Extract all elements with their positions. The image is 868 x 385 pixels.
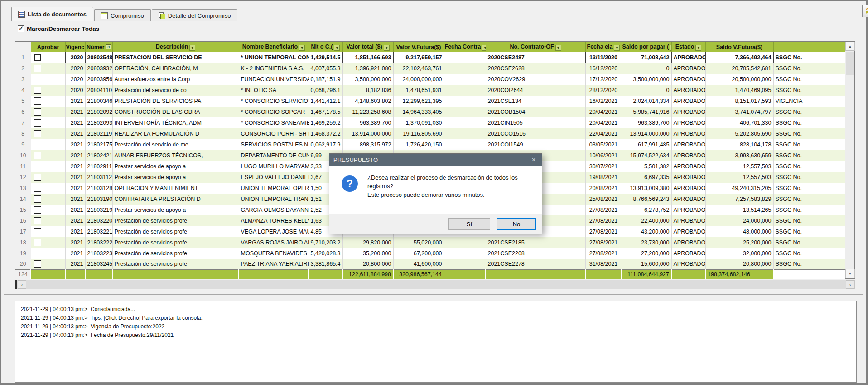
cell-vt[interactable]: 13,914,000,000 xyxy=(342,128,393,139)
cell-contrato[interactable]: 2021CIN1505 xyxy=(486,117,585,128)
cell-vf[interactable]: 1,370,091,030 xyxy=(393,117,444,128)
tab-lista-de-documentos[interactable]: Lista de documentos xyxy=(11,7,93,21)
cell-estado[interactable]: APROBADO xyxy=(671,150,705,161)
cell-estado[interactable]: APROBADO xyxy=(671,172,705,183)
yes-button[interactable]: Sí xyxy=(448,218,490,230)
cell-svf[interactable]: 20,500,000,000 xyxy=(705,74,773,85)
cell-vf[interactable]: 1,478,651,931 xyxy=(393,85,444,96)
cell-ssgc[interactable]: SSGC No. xyxy=(773,205,845,215)
cell-svf[interactable]: 49,240,315,205 xyxy=(705,183,773,194)
row-checkbox[interactable] xyxy=(34,54,41,61)
cell-vig[interactable]: 2020 xyxy=(65,63,85,74)
cell-fc[interactable] xyxy=(444,259,486,270)
cell-nit[interactable]: 4,007,055.3 xyxy=(309,63,342,74)
cell-vig[interactable]: 2021 xyxy=(65,205,85,215)
cell-vt[interactable]: 35,200,000 xyxy=(342,248,393,259)
column-header-vt[interactable]: Valor total ($)▼ xyxy=(342,42,393,52)
cell-fe[interactable]: 10/06/2021 xyxy=(585,150,622,161)
cell-nit[interactable]: 0,068,796.1 xyxy=(309,85,342,96)
column-header-estado[interactable]: Estado▼ xyxy=(671,42,705,52)
cell-ssgc[interactable]: SSGC No. xyxy=(773,161,845,172)
cell-benef[interactable]: CONSORCIO PORH - SH RÍO BO xyxy=(239,128,309,139)
cell-svf[interactable]: 20,800,000 xyxy=(705,259,773,270)
cell-svf[interactable]: 7,257,583,829 xyxy=(705,194,773,205)
filter-dropdown-icon[interactable]: ▼ xyxy=(189,45,195,51)
cell-fe[interactable]: 22/04/2021 xyxy=(585,128,622,139)
cell-estado[interactable]: APROBADO xyxy=(671,161,705,172)
table-row[interactable]: 7202121802093INTERVENTORÍA TÉCNICA, ADM*… xyxy=(15,117,845,128)
column-header-aprobar[interactable]: Aprobar xyxy=(31,42,65,52)
cell-ssgc[interactable]: SSGC No. xyxy=(773,85,845,96)
cell-fc[interactable] xyxy=(444,117,486,128)
cell-vig[interactable]: 2021 xyxy=(65,237,85,248)
cell-nit[interactable]: 0,062,917.9 xyxy=(309,139,342,150)
vertical-scroll-thumb[interactable] xyxy=(846,52,854,75)
cell-numero[interactable]: 21803190 xyxy=(85,194,112,205)
row-checkbox[interactable] xyxy=(34,185,41,192)
cell-numero[interactable]: 21803128 xyxy=(85,183,112,194)
cell-fe[interactable]: 20/04/2021 xyxy=(585,107,622,117)
cell-vf[interactable]: 12,299,621,395 xyxy=(393,96,444,107)
cell-numero[interactable]: 20803548 xyxy=(85,52,112,63)
cell-desc[interactable]: Prestar servicios de apoyo a xyxy=(112,172,239,183)
row-checkbox[interactable] xyxy=(34,163,41,170)
cell-vig[interactable]: 2020 xyxy=(65,74,85,85)
mark-all-checkbox[interactable] xyxy=(18,25,24,32)
row-checkbox[interactable] xyxy=(34,65,41,72)
row-checkbox[interactable] xyxy=(34,130,41,137)
table-row[interactable]: 2202020803932OPERACIÓN, CALIBRACIÓN, MK … xyxy=(15,63,845,74)
cell-vf[interactable]: 22,102,463,761 xyxy=(393,63,444,74)
cell-contrato[interactable]: 2021CCO1516 xyxy=(486,128,585,139)
column-header-nit[interactable]: Nit o C.(▼ xyxy=(309,42,342,52)
cell-ssgc[interactable]: SSGC No. xyxy=(773,52,845,63)
cell-numero[interactable]: 20803932 xyxy=(85,63,112,74)
cell-vig[interactable]: 2021 xyxy=(65,259,85,270)
row-checkbox[interactable] xyxy=(34,206,41,214)
cell-contrato[interactable]: 2020CSE2628 xyxy=(486,63,585,74)
cell-numero[interactable]: 20803956 xyxy=(85,74,112,85)
cell-nit[interactable]: 0,187,151.9 xyxy=(309,74,342,85)
table-row[interactable]: 18202121803222Prestación de servicios pr… xyxy=(15,237,845,248)
cell-sp[interactable]: 617,991,485 xyxy=(622,139,671,150)
cell-fe[interactable]: 28/12/2020 xyxy=(585,85,622,96)
cell-sp[interactable]: 0 xyxy=(622,63,671,74)
cell-desc[interactable]: Prestación del servicio de me xyxy=(112,139,239,150)
cell-sp[interactable]: 963,389,700 xyxy=(622,117,671,128)
cell-estado[interactable]: APROBADO xyxy=(671,226,705,237)
filter-dropdown-icon[interactable]: ▼ xyxy=(334,45,340,51)
cell-svf[interactable]: 24,000,000 xyxy=(705,215,773,226)
cell-nit[interactable]: 1,429,514.5 xyxy=(309,52,342,63)
cell-estado[interactable]: APROBADO xyxy=(671,248,705,259)
column-header-svf[interactable]: Saldo V.Futura($) xyxy=(705,42,773,52)
cell-svf[interactable]: 7,366,492,464 xyxy=(705,52,773,63)
cell-svf[interactable]: 32,000,000 xyxy=(705,248,773,259)
column-header-ssgc[interactable] xyxy=(773,42,845,52)
cell-desc[interactable]: CONTRATAR LA PRESTACIÓN D xyxy=(112,194,239,205)
row-checkbox[interactable] xyxy=(34,217,41,224)
cell-benef[interactable]: * CONSORCIO SANEAMIENTO 2 xyxy=(239,117,309,128)
cell-vig[interactable]: 2021 xyxy=(65,150,85,161)
cell-desc[interactable]: PRESTACIÓN DE SERVICIOS PA xyxy=(112,96,239,107)
cell-desc[interactable]: Prestar servicios de apoyo a xyxy=(112,205,239,215)
vertical-scrollbar[interactable]: ▲ ▼ xyxy=(845,42,854,278)
filter-dropdown-icon[interactable]: ▼ xyxy=(555,45,561,51)
column-header-desc[interactable]: Descripción▼ xyxy=(112,42,239,52)
cell-desc[interactable]: Prestación de servicios profe xyxy=(112,226,239,237)
cell-sp[interactable]: 13,914,000,000 xyxy=(622,128,671,139)
cell-fe[interactable]: 19/08/2021 xyxy=(585,172,622,183)
filter-dropdown-icon[interactable]: ▼ xyxy=(695,45,701,51)
cell-vt[interactable]: 3,500,000,000 xyxy=(342,74,393,85)
column-header-fc[interactable]: Fecha Contra▼ xyxy=(444,42,486,52)
cell-fe[interactable]: 27/08/2021 xyxy=(585,205,622,215)
cell-contrato[interactable]: 2021COI1549 xyxy=(486,139,585,150)
cell-svf[interactable]: 828,104,178 xyxy=(705,139,773,150)
cell-estado[interactable]: APROBADO xyxy=(671,85,705,96)
cell-svf[interactable]: 406,701,330 xyxy=(705,117,773,128)
row-checkbox[interactable] xyxy=(34,97,41,105)
cell-vig[interactable]: 2021 xyxy=(65,248,85,259)
cell-benef[interactable]: PAEZ TRIANA YAER ALIRIO xyxy=(239,259,309,270)
cell-sp[interactable]: 3,500,000,000 xyxy=(622,74,671,85)
cell-fe[interactable]: 27/08/2021 xyxy=(585,226,622,237)
cell-fc[interactable] xyxy=(444,52,486,63)
cell-desc[interactable]: Aunar esfuerzos entre la Corp xyxy=(112,74,239,85)
